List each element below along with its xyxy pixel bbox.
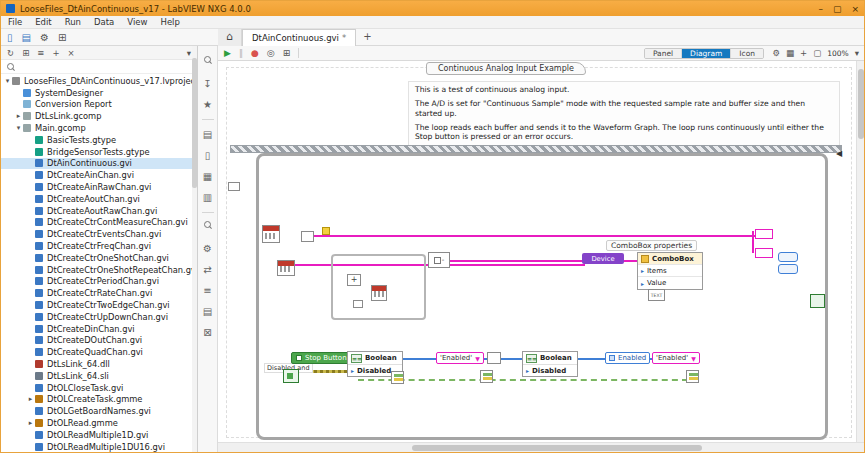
tree-item[interactable]: DtCreateDinChan.gvi [1, 323, 197, 335]
tree-item[interactable]: DtCreateCtrOneShotChan.gvi [1, 252, 197, 264]
tree-item[interactable]: BridgeSensorTests.gtype [1, 146, 197, 158]
menu-item[interactable]: Help [160, 17, 179, 27]
menu-item[interactable]: Run [65, 17, 81, 27]
lock-icon[interactable]: ⊠ [203, 326, 211, 339]
highlight-execution-button[interactable]: ◎ [267, 48, 275, 58]
tree-item[interactable]: DtCreateAoutChan.gvi [1, 193, 197, 205]
tree-item[interactable]: DtCreateCtrFreqChan.gvi [1, 240, 197, 252]
numeric-node[interactable] [778, 252, 798, 262]
canvas-vertical-scrollbar[interactable] [856, 61, 864, 442]
small-node[interactable] [301, 231, 314, 242]
expander-icon[interactable] [14, 112, 23, 120]
maximize-button[interactable]: ▢ [833, 4, 842, 14]
enum-constant[interactable]: 'Enabled' ▼ [436, 352, 484, 364]
grid-icon[interactable]: ▦ [203, 170, 212, 183]
expander-icon[interactable] [26, 419, 35, 427]
grid-view-icon[interactable]: ⊞ [22, 48, 29, 58]
home-tab-button[interactable]: ⌂ [218, 29, 242, 46]
property-mini-node[interactable] [391, 371, 404, 384]
open-list-icon[interactable]: ▤ [22, 32, 31, 43]
tree-item[interactable]: BasicTests.gtype [1, 134, 197, 146]
document-icon[interactable]: ▤ [203, 305, 212, 318]
tree-item[interactable]: DtCreateAinRawChan.gvi [1, 181, 197, 193]
page-icon[interactable]: ▯ [205, 149, 211, 162]
device-reference-chip[interactable]: Device [582, 253, 624, 264]
comment-block[interactable]: This is a test of continuous analog inpu… [408, 81, 840, 146]
refresh-icon[interactable]: ↻ [7, 48, 14, 58]
boolean-node[interactable] [810, 294, 825, 308]
tree-item[interactable]: DtOLCreateTask.gmme [1, 394, 197, 406]
wire[interactable] [314, 235, 756, 237]
enabled-constant[interactable]: Enabled [605, 352, 650, 364]
stop-button-terminal[interactable]: Stop Button [291, 352, 352, 364]
expander-icon[interactable] [14, 124, 23, 132]
expander-icon[interactable] [3, 77, 12, 85]
favorites-star-icon[interactable]: ★ [203, 98, 212, 111]
enum-constant[interactable]: 'Enabled' ▼ [652, 352, 700, 364]
canvas-horizontal-scrollbar[interactable] [218, 442, 864, 452]
menu-item[interactable]: View [127, 17, 147, 27]
diagram-canvas[interactable]: Continuous Analog Input Example This is … [218, 61, 856, 442]
small-node[interactable] [353, 300, 363, 308]
menu-item[interactable]: File [8, 17, 22, 27]
view-tab-diagram[interactable]: Diagram [682, 49, 731, 58]
remove-item-icon[interactable]: × [68, 48, 75, 58]
string-node[interactable] [755, 229, 773, 239]
zoom-gear-icon[interactable]: ⚙ [772, 48, 780, 58]
convert-node[interactable]: - [428, 252, 450, 268]
palette-search-icon[interactable] [204, 56, 212, 69]
tree-item[interactable]: DtCreateCtrRateChan.gvi [1, 287, 197, 299]
capture-data-button[interactable]: ⊞ [283, 48, 291, 58]
diagram-title-label[interactable]: Continuous Analog Input Example [426, 62, 586, 75]
tree-item[interactable]: DtOLReadMultiple1D.gvi [1, 429, 197, 441]
zoom-grid-icon[interactable]: ▦ [786, 48, 794, 58]
property-mini-node[interactable] [686, 370, 699, 383]
tree-item[interactable]: Conversion Report [1, 99, 197, 111]
tree-item[interactable]: DtCreateAinChan.gvi [1, 169, 197, 181]
string-node[interactable] [755, 248, 773, 258]
tree-item[interactable]: DtLsLink.gcomp [1, 110, 197, 122]
inner-structure[interactable]: + [331, 254, 426, 320]
tab-dtaincontinuous[interactable]: DtAinContinuous.gvi * [242, 29, 356, 46]
daq-device-node[interactable] [262, 225, 280, 243]
equal-boolean-node[interactable]: == Boolean ▸ Disabled [522, 351, 578, 377]
tree-item[interactable]: DtOLRead.gmme [1, 417, 197, 429]
tunnel-arrow-icon[interactable]: ◀ [836, 149, 842, 158]
terminal-node[interactable] [228, 182, 240, 191]
expander-icon[interactable] [26, 395, 35, 403]
run-button[interactable]: ▶ [224, 48, 231, 58]
tree-item[interactable]: DtLsLink_64.dll [1, 358, 197, 370]
combobox-properties-label[interactable]: ComboBox properties [606, 240, 697, 251]
new-document-icon[interactable]: ▯ [7, 32, 13, 43]
tree-scrollbar[interactable] [192, 46, 197, 452]
wire[interactable] [358, 379, 688, 381]
loop-hatched-border[interactable] [230, 145, 842, 153]
close-button[interactable]: × [851, 4, 859, 14]
zoom-select-icon[interactable] [204, 221, 212, 234]
boolean-terminal-icon[interactable] [283, 369, 299, 383]
gear-icon[interactable]: ⚙ [203, 242, 212, 255]
view-tab-panel[interactable]: Panel [645, 49, 682, 58]
property-row-value[interactable]: ▸ Value [638, 277, 702, 289]
property-mini-node[interactable] [480, 370, 493, 383]
abort-button[interactable]: ● [251, 48, 259, 58]
zoom-level[interactable]: 100% [827, 49, 848, 58]
tree-item[interactable]: DtCreateCtrPeriodChan.gvi [1, 276, 197, 288]
tree-item[interactable]: DtCreateDOutChan.gvi [1, 335, 197, 347]
tree-item[interactable]: DtCreateCtrUpDownChan.gvi [1, 311, 197, 323]
tree-item[interactable]: DtCreateCtrContMeasureChan.gvi [1, 217, 197, 229]
new-tab-button[interactable]: + [356, 29, 378, 46]
minimize-button[interactable]: – [818, 4, 823, 14]
tree-item[interactable]: DtCreateCtrTwoEdgeChan.gvi [1, 299, 197, 311]
tree-item[interactable]: LooseFiles_DtAinContinuous_v17.lvproject [1, 75, 197, 87]
tree-item[interactable]: DtOLGetBoardNames.gvi [1, 405, 197, 417]
menu-item[interactable]: Data [94, 17, 114, 27]
build-icon[interactable]: ⊞ [58, 32, 66, 43]
zoom-fit-button[interactable]: ▢ [813, 48, 821, 58]
daq-config-node[interactable] [277, 260, 295, 276]
combobox-property-node[interactable]: ComboBox ▸ Items ▸ Value [637, 252, 703, 290]
text-constant-node[interactable]: TEXT [648, 289, 665, 301]
small-constant-node[interactable] [322, 227, 330, 235]
small-node[interactable] [487, 352, 501, 364]
add-item-icon[interactable]: + [52, 48, 59, 58]
